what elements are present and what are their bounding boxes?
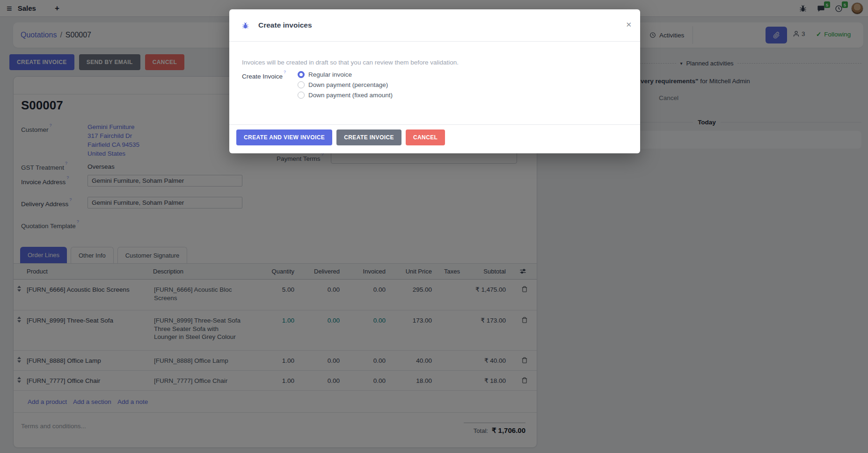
create-invoices-dialog: Create invoices ✕ Invoices will be creat…	[229, 9, 640, 153]
modal-create-invoice-button[interactable]: CREATE INVOICE	[336, 129, 401, 145]
dialog-title: Create invoices	[258, 21, 312, 29]
radio-label: Regular invoice	[308, 71, 352, 78]
radio-icon[interactable]	[298, 81, 305, 88]
bug-icon	[242, 22, 249, 29]
create-and-view-invoice-button[interactable]: CREATE AND VIEW INVOICE	[236, 129, 332, 145]
dialog-message: Invoices will be created in draft so tha…	[242, 59, 459, 66]
create-invoice-field-label: Create Invoice?	[242, 72, 286, 80]
modal-cancel-button[interactable]: CANCEL	[406, 129, 445, 145]
close-icon[interactable]: ✕	[626, 21, 632, 29]
radio-down-payment-fixed[interactable]: Down payment (fixed amount)	[298, 92, 393, 99]
radio-label: Down payment (percentage)	[308, 81, 388, 88]
dialog-footer: CREATE AND VIEW INVOICE CREATE INVOICE C…	[229, 124, 640, 145]
radio-down-payment-percentage[interactable]: Down payment (percentage)	[298, 81, 393, 88]
radio-label: Down payment (fixed amount)	[308, 92, 393, 99]
dialog-header: Create invoices ✕	[229, 9, 640, 42]
radio-regular-invoice[interactable]: Regular invoice	[298, 71, 393, 78]
radio-icon[interactable]	[298, 92, 305, 99]
page: ≡ Sales + 5	[0, 0, 868, 453]
help-mark: ?	[284, 70, 286, 74]
radio-selected-icon[interactable]	[298, 71, 305, 78]
invoice-type-radio-group: Regular invoice Down payment (percentage…	[298, 71, 393, 99]
